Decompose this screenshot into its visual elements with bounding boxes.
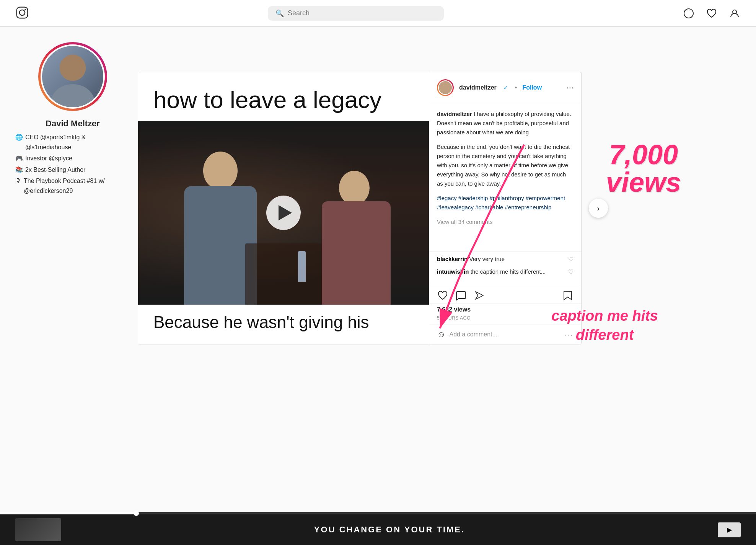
like-button[interactable]: [437, 290, 448, 301]
progress-filled: [0, 512, 136, 514]
search-input[interactable]: [288, 9, 436, 17]
comment-text-1: Very very true: [469, 256, 505, 262]
post-avatar-image: [438, 80, 453, 95]
verified-badge: ✓: [503, 85, 508, 91]
svg-point-1: [20, 10, 25, 15]
explore-icon[interactable]: [683, 7, 695, 20]
view-comments-button[interactable]: View all 34 comments: [437, 217, 574, 227]
video-thumbnail[interactable]: [138, 121, 429, 305]
comment-text-2: the caption me hits different...: [471, 268, 546, 275]
video-caption-text: Because he wasn't giving his: [153, 312, 414, 333]
post-card: how to leave a legacy: [138, 72, 582, 344]
next-post-button[interactable]: ›: [589, 199, 608, 218]
comment-heart-2[interactable]: ♡: [568, 268, 574, 276]
svg-point-2: [24, 9, 26, 10]
profile-avatar-image: [41, 44, 105, 109]
post-user-avatar[interactable]: [437, 79, 454, 96]
progress-handle[interactable]: [134, 511, 139, 516]
profile-bio: 🌐 CEO @sports1mktg & @s1mediahouse 🎮 Inv…: [11, 132, 134, 197]
save-button[interactable]: [562, 290, 574, 301]
post-media: how to leave a legacy: [138, 72, 429, 344]
svg-point-3: [684, 9, 693, 18]
bottom-caption-area: YOU CHANGE ON YOUR TIME.: [69, 525, 710, 535]
bio-line-2: 🎮 Investor @splyce: [15, 153, 130, 163]
caption-paragraph2: Because in the end, you don't want to di…: [437, 142, 574, 188]
add-comment-input[interactable]: [449, 331, 561, 338]
post-header: davidmeltzer ✓ • Follow ···: [429, 72, 581, 103]
comments-section: blackkerrin Very very true ♡ intuuwishin…: [429, 252, 581, 285]
comment-heart-1[interactable]: ♡: [568, 256, 574, 263]
post-right-panel: davidmeltzer ✓ • Follow ··· davidmeltzer…: [429, 72, 581, 344]
bio-line-1: 🌐 CEO @sports1mktg & @s1mediahouse: [15, 132, 130, 152]
play-button[interactable]: [266, 196, 301, 230]
play-triangle-icon: [279, 205, 292, 220]
search-bar[interactable]: 🔍: [268, 6, 444, 21]
share-button[interactable]: [474, 290, 485, 301]
follow-dot: •: [515, 84, 517, 91]
person-right-silhouette: [314, 159, 398, 305]
comment-item-2: intuuwishin the caption me hits differen…: [437, 268, 574, 276]
bio-line-4: 🎙 The Playbook Podcast #81 w/ @ericdicke…: [15, 176, 130, 196]
video-progress-bar[interactable]: [0, 512, 756, 514]
video-title-area: how to leave a legacy: [138, 72, 429, 121]
svg-rect-0: [17, 7, 28, 18]
comment-button[interactable]: [455, 290, 467, 301]
follow-button[interactable]: Follow: [522, 84, 542, 91]
bio-line-3: 📚 2x Best-Selling Author: [15, 165, 130, 175]
top-navigation: 🔍: [0, 0, 756, 27]
bottom-thumbnail-1: [15, 518, 61, 541]
post-caption: davidmeltzer I have a philosophy of prov…: [429, 103, 581, 252]
profile-name: David Meltzer: [46, 119, 100, 129]
svg-marker-4: [686, 11, 691, 16]
post-actions: [429, 285, 581, 304]
nav-icons: [683, 7, 741, 20]
bottom-controls: ▶: [718, 522, 741, 537]
emoji-button[interactable]: ☺: [437, 330, 445, 339]
bottom-caption-text: YOU CHANGE ON YOUR TIME.: [314, 525, 465, 535]
instagram-logo[interactable]: [15, 6, 29, 21]
comment-item: blackkerrin Very very true ♡: [437, 256, 574, 263]
video-title: how to leave a legacy: [153, 86, 414, 113]
svg-point-6: [60, 55, 86, 81]
profile-avatar-ring[interactable]: [38, 42, 107, 111]
search-icon: 🔍: [275, 9, 284, 18]
profile-icon[interactable]: [728, 7, 741, 20]
svg-point-7: [51, 84, 94, 109]
heart-icon[interactable]: [705, 7, 718, 20]
post-username[interactable]: davidmeltzer: [459, 84, 497, 91]
caption-username[interactable]: davidmeltzer: [437, 111, 472, 117]
caption-annotation: caption me hits different: [551, 307, 658, 344]
comment-username-2[interactable]: intuuwishin: [437, 268, 469, 275]
more-options-button[interactable]: ···: [567, 83, 574, 93]
comment-username-1[interactable]: blackkerrin: [437, 256, 468, 262]
annotation-7k-views: 7,000 views: [606, 141, 681, 196]
video-caption-area: Because he wasn't giving his: [138, 305, 429, 344]
bottom-play-button[interactable]: ▶: [718, 522, 741, 537]
bottom-bar: YOU CHANGE ON YOUR TIME. ▶: [0, 514, 756, 545]
post-hashtags[interactable]: #legacy #leadership #philanthropy #empow…: [437, 194, 574, 212]
